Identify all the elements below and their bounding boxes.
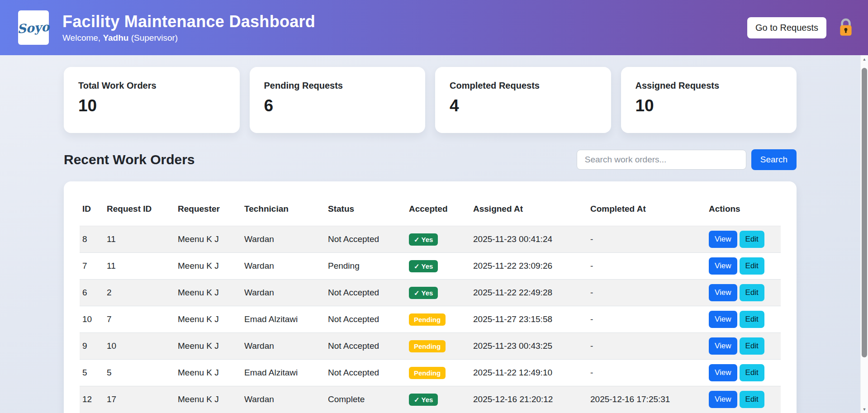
id-cell: 7 (80, 253, 104, 280)
assigned-at-cell: 2025-11-22 22:49:28 (470, 280, 588, 306)
header-actions: Go to Requests (747, 17, 854, 38)
view-button[interactable]: View (709, 364, 737, 381)
dashboard-page: Soyo Facility Maintenance Dashboard Welc… (0, 0, 868, 413)
id-cell: 6 (80, 280, 104, 306)
view-button[interactable]: View (709, 284, 737, 301)
stat-card-pending-requests: Pending Requests 6 (250, 67, 426, 133)
actions-cell: ViewEdit (706, 360, 781, 386)
assigned-at-cell: 2025-11-22 12:49:10 (470, 360, 588, 386)
vertical-scrollbar[interactable]: ▲ ▼ (860, 55, 868, 413)
stat-label: Pending Requests (264, 81, 411, 91)
scrollbar-up-arrow[interactable]: ▲ (861, 55, 868, 63)
assigned-at-cell: 2025-11-23 00:41:24 (470, 226, 588, 253)
technician-cell: Emad Alzitawi (242, 306, 325, 333)
edit-button[interactable]: Edit (740, 364, 764, 381)
status-cell: Complete (325, 386, 406, 413)
column-header-requester: Requester (175, 199, 242, 226)
stat-label: Total Work Orders (78, 81, 225, 91)
requester-cell: Meenu K J (175, 386, 242, 413)
scrollbar-down-arrow[interactable]: ▼ (861, 405, 868, 413)
column-header-status: Status (325, 199, 406, 226)
welcome-prefix: Welcome, (62, 33, 103, 43)
assigned-at-cell: 2025-12-16 21:20:12 (470, 386, 588, 413)
accepted-pending-badge: Pending (409, 313, 446, 326)
table-row: 1217Meenu K JWardanComplete✓ Yes2025-12-… (80, 386, 781, 413)
stat-card-total-work-orders: Total Work Orders 10 (64, 67, 240, 133)
view-button[interactable]: View (709, 257, 737, 275)
request-id-cell: 2 (104, 280, 175, 306)
edit-button[interactable]: Edit (740, 257, 764, 275)
stat-value: 6 (264, 96, 411, 115)
request-id-cell: 11 (104, 253, 175, 280)
completed-at-cell: - (588, 253, 706, 280)
column-header-actions: Actions (706, 199, 781, 226)
stat-value: 10 (636, 96, 783, 115)
status-cell: Not Accepted (325, 280, 406, 306)
accepted-cell: Pending (406, 306, 470, 333)
accepted-cell: ✓ Yes (406, 280, 470, 306)
technician-cell: Wardan (242, 226, 325, 253)
accepted-yes-badge: ✓ Yes (409, 260, 438, 272)
edit-button[interactable]: Edit (740, 311, 764, 328)
requester-cell: Meenu K J (175, 253, 242, 280)
technician-cell: Emad Alzitawi (242, 360, 325, 386)
app-header: Soyo Facility Maintenance Dashboard Welc… (0, 0, 868, 55)
stat-card-completed-requests: Completed Requests 4 (435, 67, 611, 133)
search-group: Search (577, 149, 797, 170)
table-row: 910Meenu K JWardanNot AcceptedPending202… (80, 333, 781, 360)
accepted-cell: Pending (406, 360, 470, 386)
accepted-yes-badge: ✓ Yes (409, 233, 438, 246)
stat-card-assigned-requests: Assigned Requests 10 (621, 67, 797, 133)
view-button[interactable]: View (709, 391, 737, 408)
id-cell: 12 (80, 386, 104, 413)
table-row: 811Meenu K JWardanNot Accepted✓ Yes2025-… (80, 226, 781, 253)
actions-cell: ViewEdit (706, 226, 781, 253)
edit-button[interactable]: Edit (740, 284, 764, 301)
request-id-cell: 17 (104, 386, 175, 413)
completed-at-cell: 2025-12-16 17:25:31 (588, 386, 706, 413)
edit-button[interactable]: Edit (740, 231, 764, 248)
search-input[interactable] (577, 150, 746, 170)
status-cell: Not Accepted (325, 333, 406, 360)
status-cell: Not Accepted (325, 306, 406, 333)
edit-button[interactable]: Edit (740, 337, 764, 355)
accepted-cell: Pending (406, 333, 470, 360)
go-to-requests-button[interactable]: Go to Requests (747, 17, 826, 38)
view-button[interactable]: View (709, 231, 737, 248)
actions-cell: ViewEdit (706, 386, 781, 413)
view-button[interactable]: View (709, 337, 737, 355)
scrollbar-thumb[interactable] (862, 68, 867, 357)
id-cell: 9 (80, 333, 104, 360)
requester-cell: Meenu K J (175, 333, 242, 360)
work-orders-table: ID Request ID Requester Technician Statu… (80, 199, 781, 413)
welcome-text: Welcome, Yadhu (Supervisor) (62, 33, 315, 43)
stat-value: 10 (78, 96, 225, 115)
id-cell: 5 (80, 360, 104, 386)
id-cell: 10 (80, 306, 104, 333)
request-id-cell: 5 (104, 360, 175, 386)
status-cell: Pending (325, 253, 406, 280)
accepted-cell: ✓ Yes (406, 386, 470, 413)
lock-icon[interactable] (837, 18, 854, 38)
completed-at-cell: - (588, 280, 706, 306)
technician-cell: Wardan (242, 280, 325, 306)
status-cell: Not Accepted (325, 226, 406, 253)
requester-cell: Meenu K J (175, 226, 242, 253)
stat-value: 4 (450, 96, 597, 115)
column-header-technician: Technician (242, 199, 325, 226)
requester-cell: Meenu K J (175, 306, 242, 333)
logo-text: Soyo (17, 19, 50, 36)
technician-cell: Wardan (242, 386, 325, 413)
search-button[interactable]: Search (751, 149, 797, 170)
title-block: Facility Maintenance Dashboard Welcome, … (62, 12, 315, 43)
edit-button[interactable]: Edit (740, 391, 764, 408)
completed-at-cell: - (588, 360, 706, 386)
accepted-yes-badge: ✓ Yes (409, 394, 438, 406)
completed-at-cell: - (588, 333, 706, 360)
column-header-completed-at: Completed At (588, 199, 706, 226)
table-row: 55Meenu K JEmad AlzitawiNot AcceptedPend… (80, 360, 781, 386)
main-content: Total Work Orders 10 Pending Requests 6 … (0, 55, 868, 413)
accepted-cell: ✓ Yes (406, 253, 470, 280)
view-button[interactable]: View (709, 311, 737, 328)
table-header-row: ID Request ID Requester Technician Statu… (80, 199, 781, 226)
